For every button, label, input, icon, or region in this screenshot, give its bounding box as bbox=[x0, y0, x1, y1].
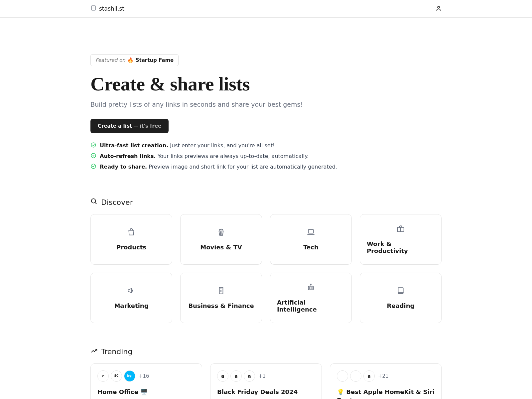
office-icon bbox=[217, 286, 225, 296]
bot-icon bbox=[307, 283, 315, 293]
feature-item: Ultra-fast list creation. Just enter you… bbox=[90, 142, 442, 149]
feature-item: Ready to share. Preview image and short … bbox=[90, 163, 442, 171]
trending-section: Trending sclogi+16Home Office 🖥️View lis… bbox=[90, 347, 442, 399]
svg-point-23 bbox=[310, 288, 310, 288]
briefcase-icon bbox=[396, 224, 405, 234]
avatar-row: a+21 bbox=[337, 370, 435, 382]
category-label: Work & Productivity bbox=[367, 240, 435, 254]
svg-line-9 bbox=[95, 202, 97, 204]
brand-icon: sc bbox=[111, 370, 122, 382]
list-title: Black Friday Deals 2024 bbox=[217, 388, 315, 396]
category-card-products[interactable]: Products bbox=[90, 214, 172, 265]
svg-point-6 bbox=[91, 153, 96, 158]
svg-rect-15 bbox=[219, 288, 223, 294]
featured-site: Startup Fame bbox=[136, 57, 174, 63]
amazon-icon: a bbox=[244, 370, 255, 382]
list-title: 💡 Best Apple HomeKit & Siri Devices bbox=[337, 388, 435, 399]
category-label: Tech bbox=[303, 244, 319, 251]
laptop-icon bbox=[307, 228, 315, 238]
feature-rest: Just enter your links, and you're all se… bbox=[168, 142, 275, 149]
popcorn-icon bbox=[217, 228, 225, 238]
top-header: stashli.st bbox=[0, 0, 532, 18]
user-icon bbox=[436, 7, 442, 12]
feature-item: Auto-refresh links. Your links previews … bbox=[90, 153, 442, 160]
list-icon bbox=[90, 5, 96, 12]
apple-icon bbox=[337, 370, 348, 382]
discover-heading: Discover bbox=[90, 198, 442, 207]
svg-rect-12 bbox=[308, 230, 313, 233]
amazon-icon: a bbox=[363, 370, 375, 382]
brand-text: stashli.st bbox=[99, 5, 124, 12]
feature-list: Ultra-fast list creation. Just enter you… bbox=[90, 142, 442, 171]
category-card-reading[interactable]: Reading bbox=[360, 273, 442, 323]
category-card-artificial-intelligence[interactable]: Artificial Intelligence bbox=[270, 273, 352, 323]
category-card-marketing[interactable]: Marketing bbox=[90, 273, 172, 323]
feature-bold: Auto-refresh links. bbox=[100, 153, 156, 159]
feature-rest: Preview image and short link for your li… bbox=[147, 164, 337, 170]
trending-card[interactable]: a+21💡 Best Apple HomeKit & Siri DevicesV… bbox=[330, 363, 442, 399]
discover-heading-text: Discover bbox=[101, 198, 133, 206]
category-label: Reading bbox=[387, 302, 415, 309]
svg-point-5 bbox=[91, 143, 96, 147]
feature-bold: Ready to share. bbox=[100, 164, 147, 170]
hero-title: Create & share lists bbox=[90, 73, 442, 95]
category-label: Products bbox=[116, 244, 146, 251]
hero: Create & share lists Build pretty lists … bbox=[90, 73, 442, 171]
category-label: Business & Finance bbox=[188, 302, 254, 309]
hero-subtitle: Build pretty lists of any links in secon… bbox=[90, 101, 442, 108]
list-title: Home Office 🖥️ bbox=[97, 388, 195, 396]
amazon-icon: a bbox=[217, 370, 228, 382]
category-label: Marketing bbox=[114, 302, 148, 309]
check-circle-icon bbox=[90, 153, 96, 160]
more-count: +21 bbox=[378, 373, 389, 379]
featured-prefix: Featured on bbox=[95, 57, 125, 63]
category-card-movies-tv[interactable]: Movies & TV bbox=[180, 214, 262, 265]
fire-icon: 🔥 bbox=[127, 57, 134, 63]
cta-primary-text: Create a list bbox=[98, 123, 132, 129]
check-circle-icon bbox=[90, 142, 96, 149]
svg-point-7 bbox=[91, 164, 96, 169]
avatar-row: aaa+1 bbox=[217, 370, 315, 382]
account-button[interactable] bbox=[436, 5, 442, 12]
trending-card[interactable]: aaa+1Black Friday Deals 2024View list →2 bbox=[210, 363, 322, 399]
check-circle-icon bbox=[90, 163, 96, 171]
trending-heading-text: Trending bbox=[101, 347, 132, 356]
category-card-work-productivity[interactable]: Work & Productivity bbox=[360, 214, 442, 265]
avatar-row: sclogi+16 bbox=[97, 370, 195, 382]
svg-point-26 bbox=[311, 284, 311, 285]
amazon-icon: a bbox=[230, 370, 242, 382]
trending-card[interactable]: sclogi+16Home Office 🖥️View list →6 bbox=[90, 363, 202, 399]
cta-dash: — bbox=[133, 123, 138, 129]
search-icon bbox=[90, 198, 98, 207]
cta-secondary-text: it's free bbox=[140, 123, 161, 129]
category-label: Artificial Intelligence bbox=[277, 299, 345, 313]
apple-icon bbox=[350, 370, 361, 382]
book-icon bbox=[396, 286, 405, 296]
discover-section: Discover ProductsMovies & TVTechWork & P… bbox=[90, 198, 442, 323]
category-label: Movies & TV bbox=[200, 244, 242, 251]
more-count: +1 bbox=[258, 373, 266, 379]
cta-create-list[interactable]: Create a list — it's free bbox=[90, 119, 169, 133]
svg-point-24 bbox=[312, 288, 312, 288]
featured-badge[interactable]: Featured on 🔥 Startup Fame bbox=[90, 54, 179, 66]
more-count: +16 bbox=[139, 373, 149, 379]
shopping-bag-icon bbox=[127, 228, 136, 238]
feature-bold: Ultra-fast list creation. bbox=[100, 142, 168, 149]
svg-rect-22 bbox=[308, 286, 313, 290]
brand-icon: logi bbox=[124, 370, 135, 382]
category-card-business-finance[interactable]: Business & Finance bbox=[180, 273, 262, 323]
brand-icon bbox=[97, 370, 109, 382]
svg-point-8 bbox=[91, 199, 96, 203]
brand-link[interactable]: stashli.st bbox=[90, 5, 124, 12]
feature-rest: Your links previews are always up-to-dat… bbox=[156, 153, 309, 159]
category-card-tech[interactable]: Tech bbox=[270, 214, 352, 265]
trending-up-icon bbox=[90, 347, 98, 356]
megaphone-icon bbox=[127, 286, 136, 296]
trending-heading: Trending bbox=[90, 347, 442, 356]
svg-point-4 bbox=[438, 6, 440, 8]
